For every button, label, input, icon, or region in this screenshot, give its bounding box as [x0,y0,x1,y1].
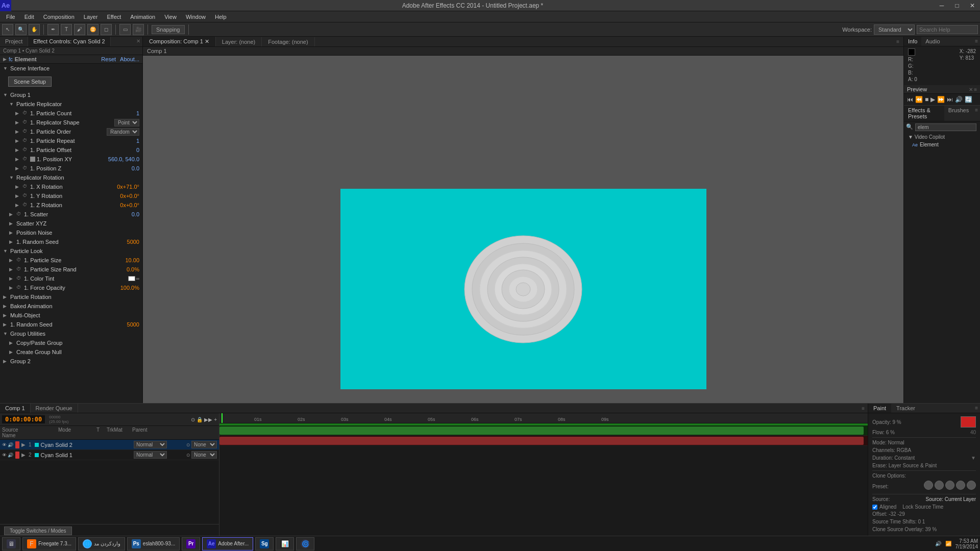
tl-timecode[interactable]: 0:00:00:00 [2,415,45,423]
close-button[interactable]: ✕ [965,0,980,11]
tl-layer-2[interactable]: 👁 🔊 ▶ 2 Cyan Solid 1 Normal ⊙ None [0,450,219,460]
particle-rotation-row[interactable]: ▶ Particle Rotation [0,292,142,302]
ep-menu[interactable]: ≡ [973,106,980,121]
toolbar-hand[interactable]: ✋ [29,24,40,35]
snapping-button[interactable]: Snapping [152,25,185,34]
replicator-shape-select[interactable]: Point [114,119,139,127]
tl-layer1-mode[interactable]: Normal [134,441,167,448]
preset-1[interactable] [924,481,933,490]
scene-setup-button[interactable]: Scene Setup [8,77,52,87]
about-link[interactable]: About... [120,56,139,62]
menu-layer[interactable]: Layer [80,13,102,21]
tab-render-queue[interactable]: Render Queue [31,404,78,413]
menu-effect[interactable]: Effect [103,13,125,21]
taskbar-app9[interactable]: 🌀 [296,537,314,550]
particle-size-rand-row[interactable]: ▶ ⏱ 1. Particle Size Rand 0.0% [6,265,142,274]
preview-stop-btn[interactable]: ■ [925,96,928,103]
tab-comp1[interactable]: Comp 1 [0,404,31,413]
search-help-input[interactable] [917,25,978,34]
x-rotation-row[interactable]: ▶ ⏱ 1. X Rotation 0x+71.0° [12,182,142,191]
tl-render-btn[interactable]: ▶▶ [204,417,212,422]
paint-menu[interactable]: ≡ [973,404,980,413]
preview-collapse[interactable]: ✕ [969,87,973,92]
menu-composition[interactable]: Composition [39,13,79,21]
random-seed-row[interactable]: ▶ 1. Random Seed 5000 [6,237,142,246]
preview-audio-btn[interactable]: 🔊 [955,96,963,103]
paint-color-swatch[interactable] [961,416,976,428]
menu-animation[interactable]: Animation [126,13,159,21]
replicator-shape-row[interactable]: ▶ ⏱ 1. Replicator Shape Point [12,118,142,127]
group-utilities-row[interactable]: ▼ Group Utilities [0,329,142,338]
preview-last-btn[interactable]: ⏭ [947,96,953,103]
preset-3[interactable] [945,481,954,490]
preview-play-btn[interactable]: ▶ [930,96,935,103]
y-rotation-row[interactable]: ▶ ⏱ 1. Y Rotation 0x+0.0° [12,191,142,201]
particle-order-row[interactable]: ▶ ⏱ 1. Particle Order Random [12,127,142,136]
position-xy-row[interactable]: ▶ ⏱ 1. Position XY 560.0, 540.0 [12,155,142,164]
reset-link[interactable]: Reset [101,56,116,62]
right-panel-menu[interactable]: ≡ [973,37,980,46]
tl-layer2-solo[interactable]: ▶ [21,452,27,458]
comp-panel-menu[interactable]: ≡ [892,37,903,46]
tab-composition[interactable]: Composition: Comp 1 ✕ [143,37,216,46]
toolbar-zoom[interactable]: 🔍 [15,24,27,35]
tab-footage[interactable]: Footage: (none) [262,37,314,46]
toolbar-brush[interactable]: 🖌 [74,24,85,35]
tab-effects-presets[interactable]: Effects & Presets [904,106,944,121]
taskbar-start[interactable]: 🖥 [2,537,20,550]
maximize-button[interactable]: □ [949,0,965,11]
toolbar-select[interactable]: ↖ [2,24,13,35]
particle-count-row[interactable]: ▶ ⏱ 1. Particle Count 1 [12,109,142,118]
tl-track-2[interactable] [219,436,868,446]
tab-project[interactable]: Project [0,37,28,46]
taskbar-speedgrade[interactable]: Sg [255,537,274,550]
ep-element-item[interactable]: Ae Element [906,141,978,148]
particle-size-row[interactable]: ▶ ⏱ 1. Particle Size 10.00 [6,256,142,265]
tl-layer1-parent[interactable]: None [191,441,217,448]
scatter-row[interactable]: ▶ ⏱ 1. Scatter 0.0 [6,210,142,219]
menu-help[interactable]: Help [211,13,231,21]
random-seed2-row[interactable]: ▶ 1. Random Seed 5000 [0,320,142,329]
copy-paste-group-row[interactable]: ▶ Copy/Paste Group [6,338,142,347]
scene-interface-row[interactable]: ▼ Scene Interface [0,64,142,73]
tab-brushes[interactable]: Brushes [944,106,973,121]
preview-loop-btn[interactable]: 🔄 [965,96,972,103]
particle-look-row[interactable]: ▼ Particle Look [0,246,142,256]
tab-tracker[interactable]: Tracker [891,404,920,413]
tl-menu[interactable]: ≡ [859,404,868,413]
preview-menu[interactable]: ≡ [974,87,977,92]
taskbar-photoshop[interactable]: Ps eslah800-93... [127,537,180,550]
multi-object-row[interactable]: ▶ Multi-Object [0,311,142,320]
toolbar-shape[interactable]: ▭ [119,24,131,35]
tl-layer-1[interactable]: 👁 🔊 ▶ 1 Cyan Solid 2 Normal ⊙ None [0,440,219,450]
toolbar-clone[interactable]: ♊ [87,24,99,35]
preset-4[interactable] [956,481,965,490]
group2-row[interactable]: ▶ Group 2 [0,357,142,366]
toolbar-camera[interactable]: 🎥 [133,24,144,35]
tl-layer1-solo[interactable]: ▶ [21,442,27,447]
force-opacity-row[interactable]: ▶ ⏱ 1. Force Opacity 100.0% [6,283,142,292]
tl-add-btn[interactable]: + [214,417,217,422]
preview-first-btn[interactable]: ⏮ [907,96,913,103]
tab-effect-controls[interactable]: Effect Controls: Cyan Solid 2 [28,37,110,46]
paint-duration-expand[interactable]: ▼ [971,455,976,461]
taskbar-app8[interactable]: 📊 [276,537,294,550]
tl-lock-btn[interactable]: 🔒 [197,417,203,422]
create-group-null-row[interactable]: ▶ Create Group Null [6,347,142,357]
preview-prev-btn[interactable]: ⏪ [915,96,923,103]
group1-row[interactable]: ▼ Group 1 [0,90,142,99]
color-tint-row[interactable]: ▶ ⏱ 1. Color Tint ═ [6,274,142,283]
toolbar-text[interactable]: T [61,24,72,35]
ep-video-copilot[interactable]: ▼ Video Copilot [906,133,978,141]
menu-window[interactable]: Window [182,13,210,21]
tab-info[interactable]: Info [904,37,921,46]
z-rotation-row[interactable]: ▶ ⏱ 1. Z Rotation 0x+0.0° [12,201,142,210]
tab-audio[interactable]: Audio [921,37,944,46]
particle-repeat-row[interactable]: ▶ ⏱ 1. Particle Repeat 1 [12,136,142,145]
menu-view[interactable]: View [160,13,181,21]
toolbar-pen[interactable]: ✒ [47,24,59,35]
toolbar-eraser[interactable]: ◻ [101,24,112,35]
baked-anim-row[interactable]: ▶ Baked Animation [0,302,142,311]
tl-solo-btn[interactable]: ⊙ [191,417,195,422]
tl-layer2-mode[interactable]: Normal [134,451,167,459]
